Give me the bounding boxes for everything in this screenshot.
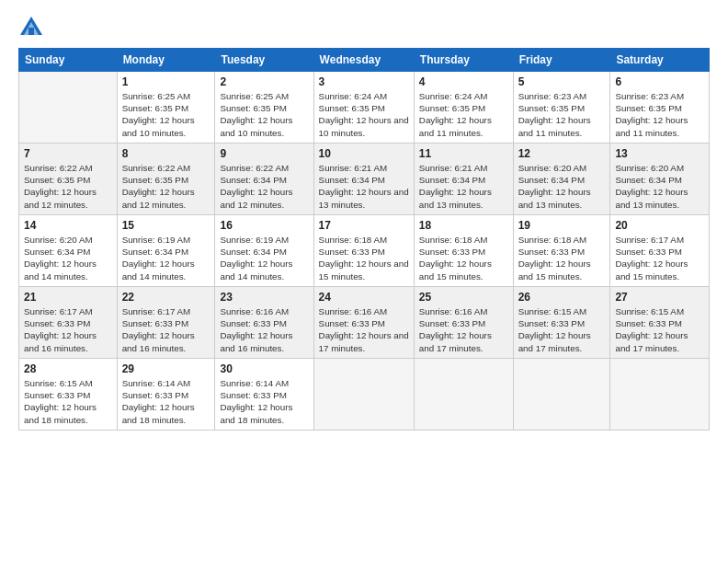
day-info: Sunrise: 6:16 AMSunset: 6:33 PMDaylight:…: [419, 305, 508, 354]
day-info: Sunrise: 6:19 AMSunset: 6:34 PMDaylight:…: [122, 234, 210, 282]
calendar-cell: 10Sunrise: 6:21 AMSunset: 6:34 PMDayligh…: [313, 144, 414, 215]
day-number: 2: [220, 75, 308, 88]
calendar-header-thursday: Thursday: [414, 49, 513, 72]
calendar-cell: 29Sunrise: 6:14 AMSunset: 6:33 PMDayligh…: [117, 359, 215, 431]
calendar-cell: 18Sunrise: 6:18 AMSunset: 6:33 PMDayligh…: [414, 215, 513, 287]
calendar-cell: [513, 359, 610, 431]
calendar-cell: 6Sunrise: 6:23 AMSunset: 6:35 PMDaylight…: [610, 72, 710, 144]
calendar-week-row: 21Sunrise: 6:17 AMSunset: 6:33 PMDayligh…: [19, 287, 710, 359]
calendar-cell: [414, 359, 513, 431]
day-info: Sunrise: 6:17 AMSunset: 6:33 PMDaylight:…: [122, 305, 210, 354]
calendar-header-row: SundayMondayTuesdayWednesdayThursdayFrid…: [19, 49, 710, 72]
day-info: Sunrise: 6:14 AMSunset: 6:33 PMDaylight:…: [220, 377, 308, 426]
calendar-cell: 11Sunrise: 6:21 AMSunset: 6:34 PMDayligh…: [414, 144, 513, 215]
calendar-cell: 21Sunrise: 6:17 AMSunset: 6:33 PMDayligh…: [19, 287, 118, 359]
calendar-header-saturday: Saturday: [610, 49, 710, 72]
day-info: Sunrise: 6:24 AMSunset: 6:35 PMDaylight:…: [419, 90, 508, 139]
day-info: Sunrise: 6:18 AMSunset: 6:33 PMDaylight:…: [518, 234, 606, 282]
day-info: Sunrise: 6:15 AMSunset: 6:33 PMDaylight:…: [615, 305, 704, 354]
calendar-header-sunday: Sunday: [19, 49, 118, 72]
calendar-cell: 17Sunrise: 6:18 AMSunset: 6:33 PMDayligh…: [313, 215, 414, 287]
day-info: Sunrise: 6:22 AMSunset: 6:35 PMDaylight:…: [122, 162, 210, 211]
calendar-cell: 13Sunrise: 6:20 AMSunset: 6:34 PMDayligh…: [610, 144, 710, 215]
day-info: Sunrise: 6:17 AMSunset: 6:33 PMDaylight:…: [615, 234, 704, 282]
day-info: Sunrise: 6:18 AMSunset: 6:33 PMDaylight:…: [319, 234, 409, 282]
calendar-cell: 16Sunrise: 6:19 AMSunset: 6:34 PMDayligh…: [215, 215, 313, 287]
day-number: 6: [615, 75, 704, 88]
day-info: Sunrise: 6:21 AMSunset: 6:34 PMDaylight:…: [319, 162, 409, 211]
calendar-header-tuesday: Tuesday: [215, 49, 313, 72]
day-info: Sunrise: 6:23 AMSunset: 6:35 PMDaylight:…: [518, 90, 606, 139]
calendar-week-row: 28Sunrise: 6:15 AMSunset: 6:33 PMDayligh…: [19, 359, 710, 431]
calendar-cell: 9Sunrise: 6:22 AMSunset: 6:34 PMDaylight…: [215, 144, 313, 215]
calendar-cell: 5Sunrise: 6:23 AMSunset: 6:35 PMDaylight…: [513, 72, 610, 144]
day-number: 24: [319, 291, 409, 304]
day-info: Sunrise: 6:15 AMSunset: 6:33 PMDaylight:…: [24, 377, 112, 426]
calendar-cell: 26Sunrise: 6:15 AMSunset: 6:33 PMDayligh…: [513, 287, 610, 359]
calendar-cell: 30Sunrise: 6:14 AMSunset: 6:33 PMDayligh…: [215, 359, 313, 431]
day-info: Sunrise: 6:20 AMSunset: 6:34 PMDaylight:…: [24, 234, 112, 282]
calendar-cell: [313, 359, 414, 431]
day-info: Sunrise: 6:22 AMSunset: 6:34 PMDaylight:…: [220, 162, 308, 211]
day-info: Sunrise: 6:21 AMSunset: 6:34 PMDaylight:…: [419, 162, 508, 211]
calendar-week-row: 1Sunrise: 6:25 AMSunset: 6:35 PMDaylight…: [19, 72, 710, 144]
day-number: 4: [419, 75, 508, 88]
day-info: Sunrise: 6:24 AMSunset: 6:35 PMDaylight:…: [319, 90, 409, 139]
calendar-cell: 27Sunrise: 6:15 AMSunset: 6:33 PMDayligh…: [610, 287, 710, 359]
calendar-cell: 25Sunrise: 6:16 AMSunset: 6:33 PMDayligh…: [414, 287, 513, 359]
calendar-cell: 2Sunrise: 6:25 AMSunset: 6:35 PMDaylight…: [215, 72, 313, 144]
day-info: Sunrise: 6:17 AMSunset: 6:33 PMDaylight:…: [24, 305, 112, 354]
day-info: Sunrise: 6:22 AMSunset: 6:35 PMDaylight:…: [24, 162, 112, 211]
day-number: 15: [122, 219, 210, 232]
day-number: 18: [419, 219, 508, 232]
day-info: Sunrise: 6:25 AMSunset: 6:35 PMDaylight:…: [122, 90, 210, 139]
day-number: 29: [122, 362, 210, 375]
calendar-cell: 1Sunrise: 6:25 AMSunset: 6:35 PMDaylight…: [117, 72, 215, 144]
calendar-cell: 20Sunrise: 6:17 AMSunset: 6:33 PMDayligh…: [610, 215, 710, 287]
day-number: 9: [220, 147, 308, 160]
day-number: 1: [122, 75, 210, 88]
calendar-cell: 24Sunrise: 6:16 AMSunset: 6:33 PMDayligh…: [313, 287, 414, 359]
day-number: 12: [518, 147, 606, 160]
day-number: 19: [518, 219, 606, 232]
day-number: 25: [419, 291, 508, 304]
day-number: 27: [615, 291, 704, 304]
logo-icon: [18, 15, 44, 40]
calendar-header-wednesday: Wednesday: [313, 49, 414, 72]
day-info: Sunrise: 6:15 AMSunset: 6:33 PMDaylight:…: [518, 305, 606, 354]
day-info: Sunrise: 6:16 AMSunset: 6:33 PMDaylight:…: [319, 305, 409, 354]
calendar-week-row: 7Sunrise: 6:22 AMSunset: 6:35 PMDaylight…: [19, 144, 710, 215]
day-number: 14: [24, 219, 112, 232]
day-info: Sunrise: 6:25 AMSunset: 6:35 PMDaylight:…: [220, 90, 308, 139]
calendar-cell: 23Sunrise: 6:16 AMSunset: 6:33 PMDayligh…: [215, 287, 313, 359]
day-info: Sunrise: 6:20 AMSunset: 6:34 PMDaylight:…: [615, 162, 704, 211]
calendar-cell: 4Sunrise: 6:24 AMSunset: 6:35 PMDaylight…: [414, 72, 513, 144]
calendar-cell: 12Sunrise: 6:20 AMSunset: 6:34 PMDayligh…: [513, 144, 610, 215]
page: SundayMondayTuesdayWednesdayThursdayFrid…: [0, 0, 728, 563]
calendar-table: SundayMondayTuesdayWednesdayThursdayFrid…: [18, 48, 710, 431]
day-number: 10: [319, 147, 409, 160]
calendar-cell: 19Sunrise: 6:18 AMSunset: 6:33 PMDayligh…: [513, 215, 610, 287]
header: [18, 15, 710, 40]
day-number: 16: [220, 219, 308, 232]
calendar-header-friday: Friday: [513, 49, 610, 72]
calendar-cell: 22Sunrise: 6:17 AMSunset: 6:33 PMDayligh…: [117, 287, 215, 359]
day-number: 13: [615, 147, 704, 160]
day-info: Sunrise: 6:18 AMSunset: 6:33 PMDaylight:…: [419, 234, 508, 282]
logo: [18, 15, 48, 40]
day-info: Sunrise: 6:16 AMSunset: 6:33 PMDaylight:…: [220, 305, 308, 354]
calendar-header-monday: Monday: [117, 49, 215, 72]
calendar-cell: [610, 359, 710, 431]
calendar-cell: 3Sunrise: 6:24 AMSunset: 6:35 PMDaylight…: [313, 72, 414, 144]
day-number: 28: [24, 362, 112, 375]
day-number: 30: [220, 362, 308, 375]
calendar-cell: 14Sunrise: 6:20 AMSunset: 6:34 PMDayligh…: [19, 215, 118, 287]
day-info: Sunrise: 6:20 AMSunset: 6:34 PMDaylight:…: [518, 162, 606, 211]
day-number: 5: [518, 75, 606, 88]
calendar-cell: [19, 72, 118, 144]
day-number: 22: [122, 291, 210, 304]
day-number: 23: [220, 291, 308, 304]
day-info: Sunrise: 6:19 AMSunset: 6:34 PMDaylight:…: [220, 234, 308, 282]
day-info: Sunrise: 6:14 AMSunset: 6:33 PMDaylight:…: [122, 377, 210, 426]
day-number: 20: [615, 219, 704, 232]
